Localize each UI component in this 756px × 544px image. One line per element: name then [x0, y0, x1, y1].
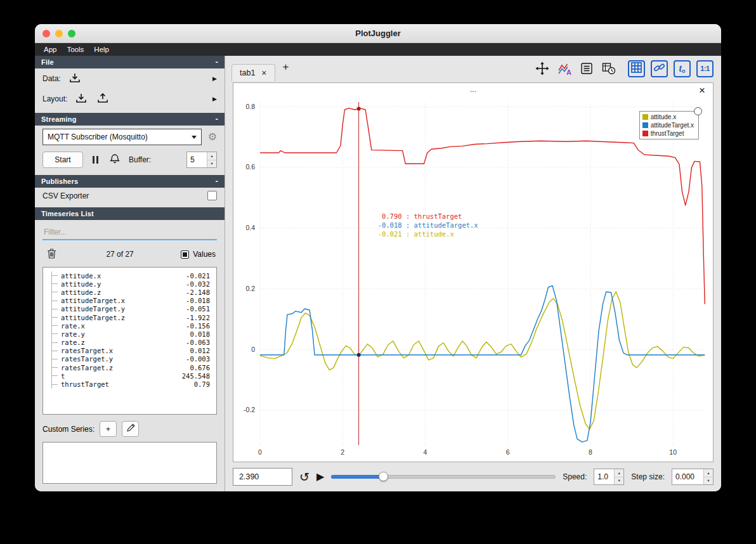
- timeseries-row[interactable]: rate.z-0.063: [52, 339, 214, 347]
- time-offset-button[interactable]: to: [674, 60, 691, 77]
- plot-panel[interactable]: ... × attitude.x attitudeTarget.x thrust…: [233, 82, 714, 462]
- timeseries-section-header[interactable]: Timeseries List: [35, 207, 225, 220]
- step-size-input[interactable]: [672, 469, 703, 484]
- layout-label: Layout:: [42, 94, 67, 103]
- data-menu-arrow-icon[interactable]: ▶: [212, 75, 217, 82]
- collapse-icon[interactable]: -: [216, 178, 218, 185]
- file-section-header[interactable]: File -: [35, 56, 225, 68]
- speed-spinbox[interactable]: ▲ ▼: [594, 469, 624, 485]
- timeseries-name[interactable]: attitudeTarget.y: [61, 305, 125, 313]
- spin-up-icon[interactable]: ▲: [704, 469, 713, 477]
- add-custom-series-button[interactable]: +: [100, 421, 117, 437]
- load-layout-button[interactable]: [74, 92, 89, 106]
- notifications-bell-button[interactable]: [107, 153, 122, 167]
- timeseries-name[interactable]: rate.x: [61, 322, 85, 330]
- timeseries-row[interactable]: attitudeTarget.z-1.922: [52, 313, 214, 321]
- pan-zoom-tool-icon[interactable]: [534, 60, 551, 77]
- timeseries-row[interactable]: ratesTarget.z0.676: [52, 363, 214, 372]
- timeseries-name[interactable]: thrustTarget: [61, 380, 109, 388]
- legend-entry[interactable]: attitude.x: [642, 113, 694, 120]
- timeseries-name[interactable]: attitude.y: [61, 280, 101, 288]
- menu-help[interactable]: Help: [89, 46, 114, 53]
- zoom-window-button[interactable]: [68, 30, 75, 37]
- loop-button[interactable]: ↺: [299, 471, 310, 483]
- plot-legend[interactable]: attitude.x attitudeTarget.x thrustTarget: [639, 111, 699, 139]
- timeseries-row[interactable]: rate.x-0.156: [52, 321, 214, 330]
- timeseries-name[interactable]: ratesTarget.z: [61, 364, 113, 372]
- spin-up-icon[interactable]: ▲: [207, 152, 216, 160]
- timeseries-row[interactable]: attitude.x-0.021: [52, 271, 214, 280]
- ratio-button[interactable]: 1:1: [696, 60, 714, 77]
- grid-layout-button[interactable]: [628, 60, 645, 77]
- speed-input[interactable]: [594, 469, 614, 484]
- edit-custom-series-button[interactable]: [122, 421, 139, 437]
- custom-series-list[interactable]: [42, 442, 217, 484]
- streaming-section-header[interactable]: Streaming -: [35, 113, 225, 126]
- spin-up-icon[interactable]: ▲: [615, 469, 623, 477]
- data-row: Data: ▶: [35, 68, 225, 89]
- timeseries-name[interactable]: ratesTarget.x: [61, 347, 113, 354]
- values-checkbox-icon[interactable]: [181, 250, 189, 259]
- menu-tools[interactable]: Tools: [62, 46, 89, 53]
- start-button[interactable]: Start: [42, 152, 83, 168]
- close-window-button[interactable]: [42, 30, 50, 37]
- tab-tab1[interactable]: tab1 ×: [231, 64, 275, 81]
- csv-exporter-checkbox[interactable]: [207, 191, 217, 200]
- plot-canvas[interactable]: -0.200.20.40.60.80246810 0.790 : thrustT…: [233, 83, 713, 462]
- collapse-icon[interactable]: -: [216, 116, 218, 122]
- timeseries-row[interactable]: rate.y0.018: [52, 330, 214, 338]
- curve-style-tool-icon[interactable]: A: [556, 60, 573, 77]
- timeseries-name[interactable]: ratesTarget.y: [61, 355, 113, 363]
- data-timestamp-tool-icon[interactable]: [601, 60, 617, 77]
- timeseries-name[interactable]: rate.z: [61, 339, 85, 346]
- timeline-slider[interactable]: [331, 469, 556, 484]
- timeseries-row[interactable]: ratesTarget.x0.012: [52, 347, 214, 355]
- publishers-section-header[interactable]: Publishers -: [35, 175, 225, 188]
- timeseries-row[interactable]: thrustTarget0.79: [52, 380, 214, 388]
- layout-menu-arrow-icon[interactable]: ▶: [212, 96, 217, 102]
- buffer-input[interactable]: [187, 152, 207, 167]
- pause-icon[interactable]: [89, 153, 101, 167]
- spin-down-icon[interactable]: ▼: [615, 477, 623, 485]
- gear-icon[interactable]: ⚙: [208, 132, 217, 142]
- values-toggle[interactable]: Values: [181, 250, 216, 259]
- timeseries-name[interactable]: attitudeTarget.z: [61, 314, 125, 321]
- spin-down-icon[interactable]: ▼: [704, 477, 713, 485]
- link-axes-button[interactable]: [651, 60, 668, 77]
- add-tab-button[interactable]: +: [275, 61, 297, 76]
- titlebar[interactable]: PlotJuggler: [35, 24, 721, 43]
- spin-down-icon[interactable]: ▼: [207, 160, 216, 168]
- timeseries-row[interactable]: attitudeTarget.y-0.051: [52, 305, 214, 313]
- buffer-spinbox[interactable]: ▲ ▼: [186, 152, 217, 168]
- zoom-reset-circle-icon[interactable]: [694, 107, 702, 115]
- timeseries-name[interactable]: rate.y: [61, 330, 85, 338]
- step-size-label: Step size:: [631, 472, 665, 481]
- streaming-source-select[interactable]: MQTT Subscriber (Mosquitto): [42, 129, 202, 145]
- legend-list-tool-icon[interactable]: [578, 60, 595, 77]
- timeseries-name[interactable]: t: [61, 372, 65, 380]
- plot-close-icon[interactable]: ×: [699, 86, 705, 96]
- timeseries-list[interactable]: attitude.x-0.021attitude.y-0.032attitude…: [42, 267, 217, 415]
- step-size-spinbox[interactable]: ▲ ▼: [672, 469, 714, 485]
- legend-entry[interactable]: attitudeTarget.x: [642, 122, 694, 129]
- timeseries-row[interactable]: attitude.z-2.148: [52, 288, 214, 296]
- filter-input[interactable]: [42, 225, 217, 240]
- tab-close-icon[interactable]: ×: [261, 69, 266, 77]
- minimize-window-button[interactable]: [55, 30, 63, 37]
- collapse-icon[interactable]: -: [216, 59, 218, 65]
- load-data-button[interactable]: [67, 72, 82, 86]
- menu-app[interactable]: App: [39, 46, 62, 53]
- slider-handle[interactable]: [379, 472, 388, 481]
- timeseries-name[interactable]: attitude.z: [61, 288, 101, 296]
- legend-entry[interactable]: thrustTarget: [642, 130, 694, 137]
- current-time-input[interactable]: [233, 468, 292, 486]
- timeseries-row[interactable]: t245.548: [52, 372, 214, 380]
- play-button[interactable]: ▶: [316, 472, 324, 482]
- save-layout-button[interactable]: [95, 92, 110, 106]
- timeseries-row[interactable]: ratesTarget.y-0.003: [52, 355, 214, 363]
- timeseries-name[interactable]: attitudeTarget.x: [61, 297, 125, 304]
- timeseries-name[interactable]: attitude.x: [61, 272, 101, 280]
- timeseries-row[interactable]: attitude.y-0.032: [52, 280, 214, 288]
- timeseries-row[interactable]: attitudeTarget.x-0.018: [52, 297, 214, 305]
- delete-series-button[interactable]: [44, 247, 59, 261]
